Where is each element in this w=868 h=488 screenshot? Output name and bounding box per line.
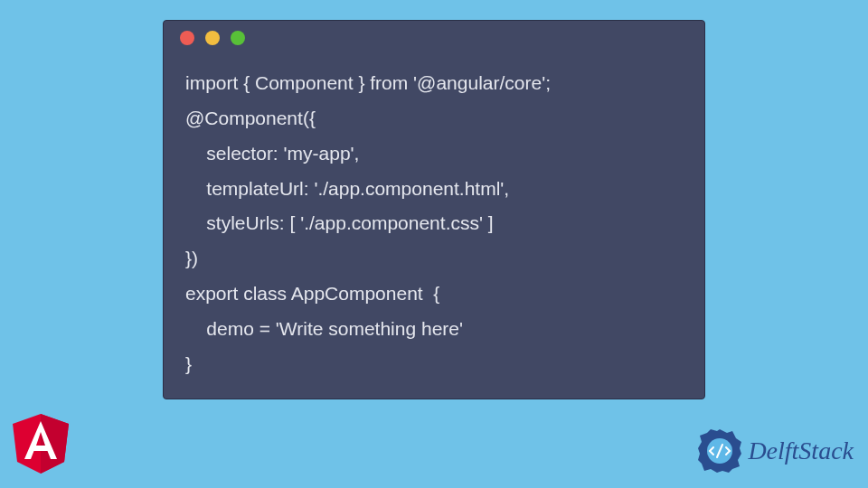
code-block: import { Component } from '@angular/core… [164,55,704,400]
code-line: styleUrls: [ './app.component.css' ] [185,212,494,233]
close-icon [180,31,194,45]
delftstack-label: DelftStack [748,436,854,465]
code-line: demo = 'Write something here' [185,318,463,339]
code-line: @Component({ [185,108,316,128]
angular-logo-icon [13,414,69,477]
delftstack-logo-icon [695,427,744,475]
code-line: templateUrl: './app.component.html', [185,178,509,199]
window-titlebar [164,21,704,55]
code-line: } [185,353,192,374]
maximize-icon [231,31,245,45]
code-line: selector: 'my-app', [185,143,359,164]
code-line: export class AppComponent { [185,283,439,304]
code-line: }) [185,248,198,268]
code-line: import { Component } from '@angular/core… [185,72,551,93]
delftstack-branding: DelftStack [695,427,854,475]
code-window: import { Component } from '@angular/core… [163,20,705,399]
minimize-icon [205,31,220,45]
